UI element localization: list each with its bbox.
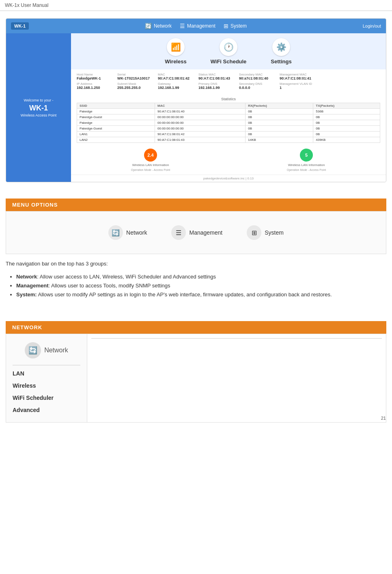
info-serial: Serial WK-1T0215A10017 xyxy=(117,73,150,80)
badge-2ghz-mode: Operation Mode - Access Point xyxy=(131,168,170,171)
stats-section: Statistics SSID MAC RX(Packets) TX(Packe… xyxy=(71,95,386,145)
screenshot-area: WK-1 🔄 Network ☰ Management ⊞ System Log… xyxy=(6,18,386,182)
primary-dns-value: 192.168.1.99 xyxy=(198,86,231,90)
page-number: 21 xyxy=(381,416,386,421)
dashboard-icon-row: 📶 Wireless 🕐 WiFi Schedule ⚙️ Settings xyxy=(71,33,386,69)
info-row-2: IP Address 192.168.1.250 Subnet Mask 255… xyxy=(77,82,380,90)
nav-item-management[interactable]: ☰ Management xyxy=(180,23,215,29)
table-row: LAN190:A7:C1:08:01:420B0B xyxy=(77,132,380,137)
welcome-panel: Welcome to your - WK-1 Wireless Access P… xyxy=(6,33,71,182)
nav-network-label: Network xyxy=(154,23,172,29)
col-mac: MAC xyxy=(155,103,246,109)
network-menu-wifi-scheduler[interactable]: WiFi Scheduler xyxy=(13,394,80,402)
table-row: Pakedge-Guest00:00:00:00:00:000B0B xyxy=(77,114,380,120)
subnet-value: 255.255.255.0 xyxy=(117,86,150,90)
bullet-network-text: : Allow user access to LAN, Wireless, Wi… xyxy=(37,274,216,280)
wk-nav-bar: WK-1 🔄 Network ☰ Management ⊞ System Log… xyxy=(6,19,386,33)
settings-icon-item[interactable]: ⚙️ Settings xyxy=(261,38,302,65)
dashboard-area: Welcome to your - WK-1 Wireless Access P… xyxy=(6,33,386,182)
mgmt-vlan-label: Management VLAN ID xyxy=(280,82,312,86)
info-mgmt-mac: Management MAC 90:A7:C1:08:01:41 xyxy=(280,73,312,80)
hostname-label: Host Name xyxy=(77,73,109,76)
info-status-mac: Status MAC 90:A7:C1:08:01:43 xyxy=(198,73,231,80)
serial-label: Serial xyxy=(117,73,150,76)
mgmt-vlan-value: 1 xyxy=(280,86,312,90)
right-divider xyxy=(91,338,382,339)
menu-icon-system[interactable]: ⊞ System xyxy=(247,225,284,240)
menu-icon-network[interactable]: 🔄 Network xyxy=(108,225,147,240)
bullet-system: System: Allows user to modify AP setting… xyxy=(16,290,386,299)
network-section-header: NETWORK xyxy=(6,321,386,334)
badge-5ghz: 5 Wireless LAN Information Operation Mod… xyxy=(287,149,326,171)
wireless-icon-item[interactable]: 📶 Wireless xyxy=(155,38,196,65)
bullet-management-text: : Allows user to access Tools, modify SN… xyxy=(48,283,170,289)
status-mac-label: Status MAC xyxy=(198,73,231,76)
doc-header: WK-1x User Manual xyxy=(0,0,392,11)
bullet-network: Network: Allow user access to LAN, Wirel… xyxy=(16,272,386,281)
device-subtitle: Wireless Access Point xyxy=(21,113,57,117)
info-mgmt-vlan: Management VLAN ID 1 xyxy=(280,82,312,90)
menu-network-label: Network xyxy=(126,229,147,236)
info-ip: IP Address 192.168.1.250 xyxy=(77,82,109,90)
menu-management-label: Management xyxy=(189,229,222,236)
wireless-label: Wireless xyxy=(165,58,186,65)
management-nav-icon: ☰ xyxy=(180,23,185,29)
bullet-list: Network: Allow user access to LAN, Wirel… xyxy=(16,272,386,299)
bullet-network-term: Network xyxy=(16,274,37,280)
network-menu-lan[interactable]: LAN xyxy=(13,369,80,378)
menu-icon-management[interactable]: ☰ Management xyxy=(171,225,222,240)
badge-5ghz-circle: 5 xyxy=(300,149,313,162)
primary-dns-label: Primary DNS xyxy=(198,82,231,86)
table-row: LAN290:A7:C1:08:01:4314KB439KB xyxy=(77,137,380,143)
info-secondary-dns: Secondary DNS 0.0.0.0 xyxy=(239,82,271,90)
nav-item-system[interactable]: ⊞ System xyxy=(224,23,247,29)
login-button[interactable]: Login/out xyxy=(363,24,381,28)
info-mac: MAC 90:A7:C1:08:01:42 xyxy=(158,73,190,80)
menu-options-section-header: MENU OPTIONS xyxy=(6,199,386,211)
info-gateway: Gateway 192.168.1.99 xyxy=(158,82,190,90)
network-right-panel: 21 xyxy=(87,334,386,422)
network-icon-area: 🔄 Network xyxy=(25,342,68,358)
network-menu-wireless[interactable]: Wireless xyxy=(13,382,80,390)
nav-item-network[interactable]: 🔄 Network xyxy=(145,23,172,29)
stats-title: Statistics xyxy=(77,97,380,101)
network-icon-label: Network xyxy=(44,347,68,354)
network-menu-advanced[interactable]: Advanced xyxy=(13,406,80,414)
footer-url: pakedgedevice&software.inc | 0.13 xyxy=(71,175,386,182)
status-mac-value: 90:A7:C1:08:01:43 xyxy=(198,76,231,80)
wifi-schedule-icon-item[interactable]: 🕐 WiFi Schedule xyxy=(208,38,249,65)
bullet-system-term: System: xyxy=(16,291,37,298)
network-divider xyxy=(13,365,80,365)
badge-2ghz-info: Wireless LAN Information xyxy=(132,163,169,167)
subnet-label: Subnet Mask xyxy=(117,82,150,86)
info-primary-dns: Primary DNS 192.168.1.99 xyxy=(198,82,231,90)
bullet-management: Management: Allows user to access Tools,… xyxy=(16,281,386,290)
col-rx: RX(Packets) xyxy=(246,103,313,109)
secondary-dns-label: Secondary DNS xyxy=(239,82,271,86)
badge-2ghz: 2.4 Wireless LAN Information Operation M… xyxy=(131,149,170,171)
nav-management-label: Management xyxy=(187,23,215,29)
system-nav-icon: ⊞ xyxy=(224,23,228,29)
gateway-value: 192.168.1.99 xyxy=(158,86,190,90)
info-hostname: Host Name FakedgeWK-1 xyxy=(77,73,109,80)
menu-options-content: 🔄 Network ☰ Management ⊞ System xyxy=(6,211,386,254)
wifi-schedule-label: WiFi Schedule xyxy=(211,58,247,65)
bullet-management-term: Management xyxy=(16,283,48,289)
info-subnet: Subnet Mask 255.255.255.0 xyxy=(117,82,150,90)
secondary-dns-value: 0.0.0.0 xyxy=(239,86,271,90)
device-name: WK-1 xyxy=(29,104,48,112)
gateway-label: Gateway xyxy=(158,82,190,86)
network-icon: 🔄 xyxy=(25,342,41,358)
mac-value: 90:A7:C1:08:01:42 xyxy=(158,76,190,80)
settings-label: Settings xyxy=(271,58,291,65)
network-nav-icon: 🔄 xyxy=(145,23,152,29)
table-row: Pakedge00:00:00:00:00:000B0B xyxy=(77,120,380,126)
stats-table: SSID MAC RX(Packets) TX(Packets) Pakedge… xyxy=(77,103,380,143)
nav-description: The navigation bar on the top has 3 grou… xyxy=(6,260,386,268)
menu-management-icon: ☰ xyxy=(171,225,186,240)
settings-circle-icon: ⚙️ xyxy=(272,38,290,56)
wireless-circle-icon: 📶 xyxy=(167,38,185,56)
info-row-1: Host Name FakedgeWK-1 Serial WK-1T0215A1… xyxy=(77,73,380,80)
mac-label: MAC xyxy=(158,73,190,76)
ip-value: 192.168.1.250 xyxy=(77,86,109,90)
